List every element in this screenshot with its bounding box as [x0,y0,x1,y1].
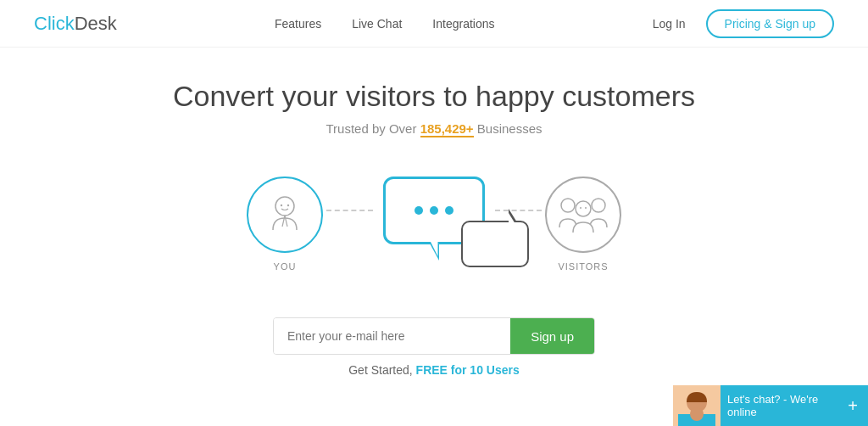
svg-point-5 [561,199,575,212]
svg-point-0 [275,197,294,216]
svg-point-9 [585,207,587,209]
logo-click: Click [34,13,75,34]
free-prefix: Get Started, [348,363,415,377]
svg-point-8 [580,207,581,209]
email-form: Sign up [273,317,595,355]
subtext-suffix: Businesses [474,121,542,136]
logo-desk: Desk [75,13,117,34]
header-right: Log In Pricing & Sign up [653,9,834,38]
chat-widget-text: Let's chat? - We're online [721,393,837,418]
nav-features[interactable]: Features [275,17,321,31]
dot-2 [430,206,438,215]
visitors-circle [545,177,621,253]
reply-bubble [461,221,529,267]
you-figure: YOU [247,177,323,253]
hero-headline: Convert your visitors to happy customers [0,80,868,113]
svg-line-2 [285,216,287,227]
dashed-line-right [495,210,542,211]
hero-section: Convert your visitors to happy customers… [0,48,868,136]
svg-point-12 [690,407,704,421]
dot-3 [445,206,453,215]
you-label: YOU [274,261,297,272]
main-chat-bubble [383,177,485,244]
chat-widget-plus-icon[interactable]: + [837,396,868,416]
visitors-avatar-icon [556,190,610,239]
free-text: Get Started, FREE for 10 Users [348,363,520,377]
svg-point-4 [287,205,289,206]
agent-avatar-icon [678,389,715,426]
subtext-prefix: Trusted by Over [326,121,420,136]
main-nav: Features Live Chat Integrations [275,17,495,31]
visitors-label: VISITORS [558,261,608,272]
dashed-line-left [326,210,373,211]
signup-button[interactable]: Sign up [510,318,594,354]
typing-dots [415,206,453,215]
svg-point-6 [592,199,605,212]
pricing-signup-button[interactable]: Pricing & Sign up [706,9,834,38]
dot-1 [415,206,423,215]
subtext-number: 185,429+ [420,121,474,137]
email-input[interactable] [274,318,510,354]
hero-illustration: YOU [0,151,868,278]
visitors-figure: VISITORS [545,177,621,253]
svg-line-1 [282,216,285,227]
login-link[interactable]: Log In [653,17,686,31]
chat-agent-avatar [673,385,721,426]
chat-bubble-group [383,177,485,244]
logo[interactable]: ClickDesk [34,13,117,35]
svg-point-3 [281,205,282,206]
svg-point-7 [576,201,591,216]
chat-widget[interactable]: Let's chat? - We're online + [673,385,868,426]
you-avatar-icon [259,189,310,240]
nav-integrations[interactable]: Integrations [432,17,494,31]
signup-section: Sign up Get Started, FREE for 10 Users [0,317,868,377]
free-link[interactable]: FREE for 10 Users [416,363,520,377]
nav-live-chat[interactable]: Live Chat [352,17,402,31]
hero-subtext: Trusted by Over 185,429+ Businesses [0,121,868,136]
you-circle [247,177,323,253]
